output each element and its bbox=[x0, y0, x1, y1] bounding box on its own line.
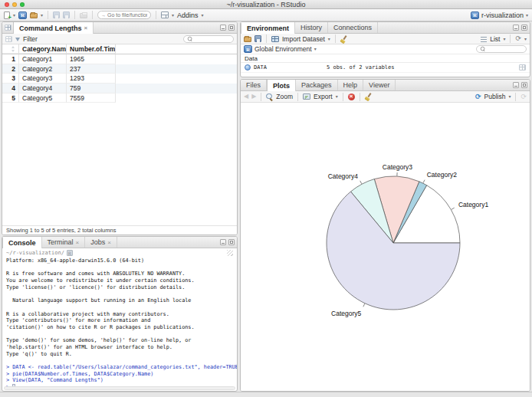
publish-caret-icon[interactable]: ▾ bbox=[508, 94, 511, 99]
publish-button[interactable]: Publish bbox=[484, 93, 506, 100]
export-button[interactable]: Export bbox=[314, 93, 333, 100]
pane-layout-icon[interactable] bbox=[161, 11, 169, 18]
tab-viewer[interactable]: Viewer bbox=[363, 80, 396, 90]
tab-plots[interactable]: Plots bbox=[267, 80, 296, 91]
console-line bbox=[6, 357, 233, 364]
refresh-plot-icon[interactable]: ⟳ bbox=[521, 94, 527, 100]
import-dataset-icon[interactable] bbox=[271, 36, 279, 42]
viewer-grid-icon bbox=[5, 25, 11, 31]
list-view-icon[interactable] bbox=[481, 37, 487, 42]
tab-environment[interactable]: Environment bbox=[241, 22, 295, 34]
list-view-caret-icon[interactable]: ▾ bbox=[503, 37, 505, 41]
zoom-button[interactable]: Zoom bbox=[276, 93, 293, 100]
columns-icon[interactable] bbox=[5, 36, 12, 42]
minimize-pane-icon[interactable] bbox=[513, 25, 519, 31]
import-dataset-button[interactable]: Import Dataset bbox=[282, 35, 325, 43]
clear-environment-icon[interactable] bbox=[340, 35, 348, 43]
environment-search-input[interactable] bbox=[488, 47, 523, 52]
table-cell: Category4 bbox=[19, 84, 67, 94]
table-row[interactable]: 4Category4759 bbox=[2, 84, 237, 94]
column-header-label: Category.Name bbox=[22, 45, 67, 53]
next-plot-icon[interactable]: ▶ bbox=[251, 94, 256, 100]
resize-grip-icon[interactable] bbox=[227, 250, 233, 256]
rstudio-window: ~/r-visualization - RStudio ▾ ▾ → ▾ Addi… bbox=[0, 0, 532, 397]
table-row[interactable]: 1Category11965 bbox=[2, 54, 237, 64]
export-plot-icon[interactable] bbox=[303, 94, 310, 100]
column-header-category-name[interactable]: Category.Name bbox=[19, 44, 67, 54]
new-file-caret-icon[interactable]: ▾ bbox=[13, 13, 15, 18]
zoom-plot-icon[interactable] bbox=[266, 94, 273, 100]
table-search-box[interactable] bbox=[183, 35, 234, 43]
goto-file-input[interactable] bbox=[107, 12, 147, 18]
console-output[interactable]: Platform: x86_64-apple-darwin15.6.0 (64-… bbox=[2, 257, 237, 391]
horizontal-scrollbar[interactable] bbox=[4, 386, 235, 390]
open-file-icon[interactable] bbox=[30, 13, 38, 18]
scope-caret-icon[interactable]: ▾ bbox=[314, 47, 317, 51]
table-cell: Category5 bbox=[19, 94, 67, 103]
print-icon[interactable] bbox=[80, 13, 87, 18]
data-object-icon[interactable] bbox=[245, 64, 251, 71]
minimize-pane-icon[interactable] bbox=[220, 239, 226, 245]
table-cell: 1293 bbox=[67, 74, 116, 84]
close-tab-icon[interactable]: × bbox=[84, 25, 88, 31]
tab-jobs[interactable]: Jobs × bbox=[85, 237, 117, 248]
tab-label: Environment bbox=[247, 25, 289, 32]
table-row[interactable]: 3Category31293 bbox=[2, 74, 237, 84]
save-all-icon[interactable] bbox=[63, 11, 70, 18]
tab-label: Viewer bbox=[369, 81, 389, 89]
environment-search-box[interactable] bbox=[476, 45, 527, 53]
maximize-pane-icon[interactable] bbox=[228, 239, 235, 245]
publish-icon[interactable]: ⟳ bbox=[475, 94, 481, 100]
maximize-pane-icon[interactable] bbox=[228, 25, 235, 31]
row-number-header[interactable] bbox=[2, 44, 19, 54]
filter-button[interactable]: Filter bbox=[23, 35, 38, 43]
tab-command-lengths[interactable]: Command Lengths × bbox=[13, 22, 94, 34]
project-menu-button[interactable]: r-visualization ▾ bbox=[471, 11, 528, 19]
load-workspace-icon[interactable] bbox=[244, 37, 251, 42]
remove-plot-icon[interactable] bbox=[348, 94, 355, 100]
table-search-input[interactable] bbox=[195, 36, 230, 41]
filter-funnel-icon[interactable] bbox=[15, 38, 20, 41]
table-row[interactable]: 5Category57559 bbox=[2, 94, 237, 103]
refresh-icon[interactable]: ⟳ bbox=[515, 35, 521, 42]
save-icon[interactable] bbox=[53, 11, 60, 18]
pane-layout-caret-icon[interactable]: ▾ bbox=[172, 13, 174, 18]
tab-help[interactable]: Help bbox=[338, 80, 364, 90]
goto-file-box[interactable]: → bbox=[97, 11, 151, 19]
row-number: 3 bbox=[2, 74, 19, 84]
environment-object-row[interactable]: DATA 5 obs. of 2 variables bbox=[241, 63, 530, 73]
tab-history[interactable]: History bbox=[295, 22, 328, 33]
maximize-pane-icon[interactable] bbox=[521, 25, 527, 31]
object-description: 5 obs. of 2 variables bbox=[327, 64, 395, 71]
row-number: 1 bbox=[2, 54, 19, 64]
tab-console[interactable]: Console bbox=[2, 237, 42, 248]
view-table-icon[interactable] bbox=[519, 64, 526, 71]
tab-terminal[interactable]: Terminal × bbox=[42, 237, 86, 248]
new-project-icon[interactable] bbox=[18, 11, 27, 19]
clear-plots-icon[interactable] bbox=[365, 93, 373, 100]
minimize-pane-icon[interactable] bbox=[220, 25, 226, 31]
maximize-pane-icon[interactable] bbox=[521, 82, 527, 88]
tab-files[interactable]: Files bbox=[241, 80, 267, 90]
save-workspace-icon[interactable] bbox=[255, 35, 261, 42]
tab-packages[interactable]: Packages bbox=[296, 80, 338, 90]
previous-plot-icon[interactable]: ◀ bbox=[244, 94, 248, 100]
tab-connections[interactable]: Connections bbox=[328, 22, 378, 33]
data-table: Category.Name Number.of.Times 1Category1… bbox=[2, 44, 237, 103]
export-caret-icon[interactable]: ▾ bbox=[336, 94, 338, 99]
import-dataset-caret-icon[interactable]: ▾ bbox=[328, 37, 330, 41]
table-row[interactable]: 2Category2237 bbox=[2, 64, 237, 74]
open-file-caret-icon[interactable]: ▾ bbox=[41, 13, 43, 18]
addins-menu[interactable]: Addins bbox=[177, 11, 199, 19]
list-view-button[interactable]: List bbox=[490, 35, 500, 43]
refresh-caret-icon[interactable]: ▾ bbox=[524, 37, 527, 41]
column-header-number-of-times[interactable]: Number.of.Times bbox=[67, 44, 116, 54]
close-tab-icon[interactable]: × bbox=[107, 239, 111, 246]
search-icon bbox=[481, 47, 485, 51]
new-file-icon[interactable] bbox=[4, 11, 10, 19]
scope-selector[interactable]: Global Environment bbox=[255, 45, 312, 53]
addins-caret-icon[interactable]: ▾ bbox=[202, 13, 204, 18]
close-tab-icon[interactable]: × bbox=[76, 239, 80, 246]
project-name: r-visualization bbox=[481, 11, 524, 19]
minimize-pane-icon[interactable] bbox=[513, 82, 519, 88]
